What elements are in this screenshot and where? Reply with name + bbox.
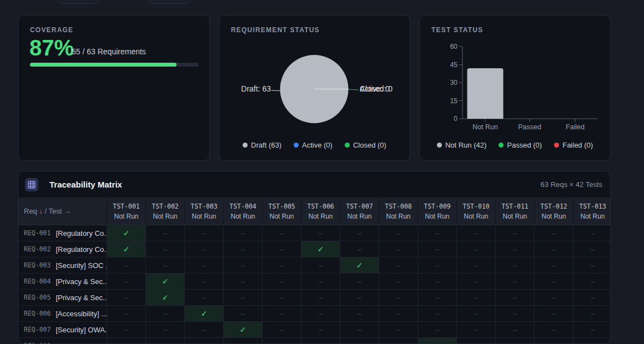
matrix-cell-empty[interactable]: – [185,241,224,257]
matrix-cell-empty[interactable]: – [224,241,263,257]
matrix-cell-empty[interactable]: – [340,338,379,344]
matrix-cell-empty[interactable]: – [301,225,340,241]
matrix-cell-empty[interactable]: – [263,306,301,322]
matrix-cell-empty[interactable]: – [340,241,379,257]
matrix-cell-empty[interactable]: – [301,290,340,306]
matrix-cell-empty[interactable]: – [340,290,379,306]
matrix-cell-empty[interactable]: – [107,274,146,290]
matrix-cell-linked[interactable]: ✓ [418,338,457,344]
matrix-cell-linked[interactable]: ✓ [301,241,340,257]
matrix-cell-empty[interactable]: – [263,225,301,241]
matrix-cell-empty[interactable]: – [535,322,573,338]
matrix-row-header[interactable]: REQ-004 [Privacy & Sec... [18,274,107,290]
matrix-cell-empty[interactable]: – [379,257,418,274]
matrix-cell-empty[interactable]: – [263,322,301,338]
matrix-cell-empty[interactable]: – [340,274,379,290]
toolbar-button-2[interactable] [148,0,191,4]
matrix-cell-empty[interactable]: – [224,338,263,344]
matrix-cell-empty[interactable]: – [496,322,535,338]
matrix-cell-empty[interactable]: – [224,225,263,241]
matrix-cell-empty[interactable]: – [107,338,146,344]
matrix-cell-linked[interactable]: ✓ [224,322,263,338]
matrix-cell-empty[interactable]: – [107,257,146,274]
matrix-cell-empty[interactable]: – [496,225,535,241]
matrix-cell-linked[interactable]: ✓ [107,241,146,257]
matrix-cell-empty[interactable]: – [379,306,418,322]
matrix-cell-empty[interactable]: – [535,257,573,274]
matrix-cell-empty[interactable]: – [263,274,301,290]
matrix-cell-linked[interactable]: ✓ [107,225,146,241]
matrix-cell-empty[interactable]: – [496,257,535,274]
matrix-cell-empty[interactable]: – [535,290,573,306]
matrix-cell-empty[interactable]: – [496,306,535,322]
matrix-cell-empty[interactable]: – [418,241,457,257]
matrix-cell-empty[interactable]: – [107,290,146,306]
matrix-cell-empty[interactable]: – [379,290,418,306]
matrix-cell-empty[interactable]: – [146,338,185,344]
matrix-cell-empty[interactable]: – [185,322,224,338]
matrix-cell-empty[interactable]: – [379,274,418,290]
matrix-cell-empty[interactable]: – [146,241,185,257]
matrix-cell-empty[interactable]: – [573,225,611,241]
matrix-cell-empty[interactable]: – [146,322,185,338]
matrix-cell-empty[interactable]: – [301,322,340,338]
matrix-cell-linked[interactable]: ✓ [146,290,185,306]
matrix-row-header[interactable]: REQ-008 [Privacy & Sec... [18,338,107,344]
matrix-cell-empty[interactable]: – [496,290,535,306]
matrix-row-header[interactable]: REQ-001 [Regulatory Co... [18,225,107,241]
matrix-cell-empty[interactable]: – [146,225,185,241]
matrix-cell-empty[interactable]: – [185,290,224,306]
matrix-cell-empty[interactable]: – [457,274,496,290]
matrix-cell-empty[interactable]: – [379,322,418,338]
matrix-cell-empty[interactable]: – [535,274,573,290]
matrix-cell-empty[interactable]: – [224,306,263,322]
matrix-cell-empty[interactable]: – [224,257,263,274]
matrix-cell-empty[interactable]: – [457,257,496,274]
matrix-cell-empty[interactable]: – [457,241,496,257]
matrix-row-header[interactable]: REQ-002 [Regulatory Co... [18,241,107,257]
matrix-cell-empty[interactable]: – [573,306,611,322]
matrix-row-header[interactable]: REQ-006 [Accessibility] ... [18,306,107,322]
matrix-cell-empty[interactable]: – [340,225,379,241]
matrix-cell-empty[interactable]: – [457,225,496,241]
matrix-cell-empty[interactable]: – [224,290,263,306]
matrix-cell-linked[interactable]: ✓ [340,257,379,274]
matrix-cell-empty[interactable]: – [185,257,224,274]
matrix-cell-empty[interactable]: – [146,257,185,274]
matrix-cell-empty[interactable]: – [418,322,457,338]
matrix-cell-empty[interactable]: – [107,306,146,322]
matrix-cell-empty[interactable]: – [418,257,457,274]
matrix-cell-empty[interactable]: – [263,257,301,274]
matrix-cell-empty[interactable]: – [263,290,301,306]
matrix-row-header[interactable]: REQ-005 [Privacy & Sec... [18,290,107,306]
matrix-cell-empty[interactable]: – [535,241,573,257]
matrix-cell-empty[interactable]: – [496,338,535,344]
matrix-cell-empty[interactable]: – [457,290,496,306]
matrix-cell-empty[interactable]: – [535,306,573,322]
matrix-cell-empty[interactable]: – [379,225,418,241]
matrix-cell-empty[interactable]: – [263,338,301,344]
matrix-cell-empty[interactable]: – [418,274,457,290]
matrix-cell-empty[interactable]: – [301,306,340,322]
matrix-cell-empty[interactable]: – [573,290,611,306]
matrix-cell-empty[interactable]: – [263,241,301,257]
matrix-row-header[interactable]: REQ-007 [Security] OWA... [18,322,107,338]
matrix-cell-empty[interactable]: – [573,322,611,338]
matrix-cell-empty[interactable]: – [107,322,146,338]
matrix-cell-empty[interactable]: – [496,241,535,257]
toolbar-button-1[interactable] [58,0,98,4]
matrix-cell-linked[interactable]: ✓ [146,274,185,290]
matrix-cell-empty[interactable]: – [573,274,611,290]
matrix-cell-linked[interactable]: ✓ [185,306,224,322]
matrix-cell-empty[interactable]: – [379,241,418,257]
matrix-cell-empty[interactable]: – [379,338,418,344]
matrix-cell-empty[interactable]: – [573,241,611,257]
matrix-cell-empty[interactable]: – [301,338,340,344]
matrix-cell-empty[interactable]: – [535,225,573,241]
matrix-cell-empty[interactable]: – [185,338,224,344]
matrix-cell-empty[interactable]: – [573,338,611,344]
matrix-cell-empty[interactable]: – [146,306,185,322]
matrix-cell-empty[interactable]: – [418,225,457,241]
matrix-cell-empty[interactable]: – [185,225,224,241]
matrix-cell-empty[interactable]: – [457,338,496,344]
